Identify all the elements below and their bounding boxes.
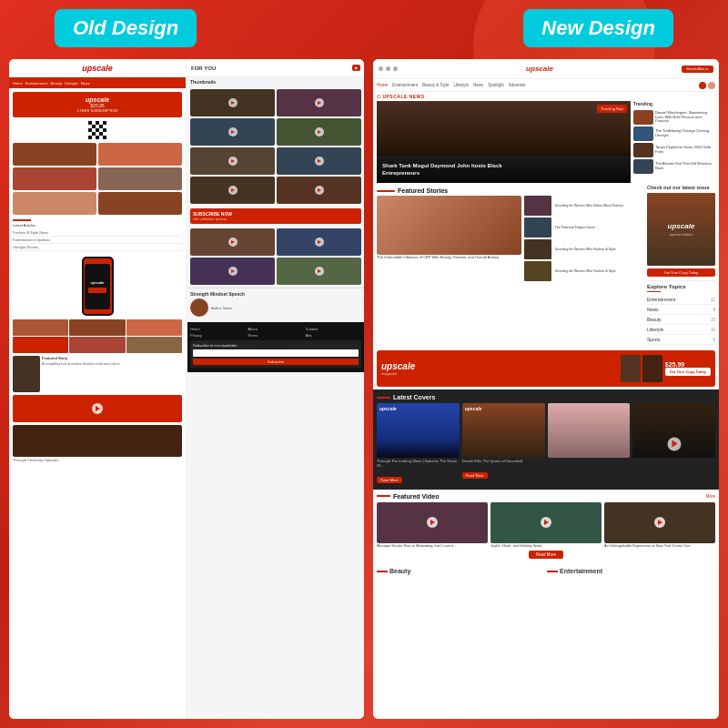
hero-image: Shark Tank Mogul Daymond John hosts Blac… xyxy=(377,101,631,183)
sidebar-story-4: The Atlanta Visit That Did Wonders Back xyxy=(633,159,715,174)
old-video-bottom xyxy=(13,395,182,422)
cover-4 xyxy=(632,403,715,485)
hero-area: Shark Tank Mogul Daymond John hosts Blac… xyxy=(373,101,719,185)
hero-block: Shark Tank Mogul Daymond John hosts Blac… xyxy=(377,101,631,183)
cover-1-btn[interactable]: Read More xyxy=(377,477,402,483)
new-design-panel: upscale BrandedBae.co Home Entertainment… xyxy=(373,59,719,719)
videos-row: Monique Hunter Rise to Motivating, but I… xyxy=(377,502,715,549)
cover-2-btn[interactable]: Read More xyxy=(462,472,488,479)
cover-2: upscale Devale Ellis: The Queen of Dance… xyxy=(462,403,545,485)
featured-and-sidebar: Featured Stories The Undeniable Influenc… xyxy=(373,185,719,348)
sidebar-stories: Trending Denzel Washington: Illuminating… xyxy=(633,101,715,183)
upscale-news-label: ⬡ UPSCALE NEWS xyxy=(373,92,719,101)
featured-grid: The Undeniable Influence of CBP With Bea… xyxy=(377,196,644,281)
nav-social-1 xyxy=(379,66,383,71)
nav-beauty[interactable]: Beauty & Style xyxy=(422,83,450,87)
video-3: An Unforgettable Experience at New York … xyxy=(604,502,715,549)
featured-video-section: Featured Video More Monique Hunter Rise … xyxy=(373,490,719,566)
new-design-label: New Design xyxy=(523,9,673,47)
old-col-content: upscale $25.95 CYBER SUBSCRIPTION xyxy=(9,88,186,466)
topic-lifestyle: Lifestyle 10 xyxy=(647,325,715,335)
old-header: upscale xyxy=(9,59,186,77)
magazine-cover: upscale special edition xyxy=(647,193,715,266)
nav-advertise[interactable]: Advertise xyxy=(509,83,526,87)
topic-sports: Sports 6 xyxy=(647,335,715,345)
featured-side-stories: Unveiling the Women Who Define Black Fas… xyxy=(524,196,644,281)
sidebar-story-3: Tanya Clayborne Hosts 2024 Gala Farm xyxy=(633,143,715,157)
old-phone-mock: upscale xyxy=(82,257,114,316)
latest-covers-section: Latest Covers upscale Through The Lookin… xyxy=(373,389,719,490)
old-design-panel: upscale Home Entertainment Beauty Lifest… xyxy=(9,59,364,719)
beauty-section: Beauty xyxy=(377,568,545,574)
nav-social-3 xyxy=(393,66,398,71)
video-1: Monique Hunter Rise to Motivating, but I… xyxy=(377,502,488,549)
nav-home[interactable]: Home xyxy=(377,83,388,87)
feat-story-2: The Financial Fatigue Game xyxy=(524,217,644,238)
new-nav-header: upscale BrandedBae.co xyxy=(373,59,719,79)
cover-1: upscale Through The Looking Glass | Syle… xyxy=(377,403,460,485)
old-logo: upscale xyxy=(82,64,113,73)
feat-story-3: Unveiling the Women Who Fashion & Style xyxy=(524,239,644,259)
old-bottom-person: Featured Story A compelling look at mode… xyxy=(13,356,182,392)
old-col-main: upscale Home Entertainment Beauty Lifest… xyxy=(9,59,186,719)
explore-topics: Explore Topics Entertainment 12 News 8 B… xyxy=(647,280,715,348)
old-photo-grid xyxy=(13,143,182,215)
old-col-sidebar: FOR YOU ▶ Thumbnails xyxy=(187,59,364,719)
nav-entertainment[interactable]: Entertainment xyxy=(392,83,418,87)
mag-promo-btn[interactable]: Get Your Copy Today xyxy=(665,368,711,376)
subscribe-btn[interactable]: BrandedBae.co xyxy=(682,66,713,73)
old-video-grid-2 xyxy=(187,226,364,288)
video-2: Joyful, Heart, and Holiday Spirit xyxy=(490,502,602,549)
old-promo-block: SUBSCRIBE NOW Get unlimited access xyxy=(190,208,361,224)
accent-dot-2 xyxy=(708,82,715,89)
qr-code-area xyxy=(13,120,182,140)
for-you-label: FOR YOU xyxy=(191,66,216,71)
cover-3 xyxy=(548,403,631,485)
nav-social-2 xyxy=(386,66,390,71)
nav-news[interactable]: News xyxy=(473,83,483,87)
new-logo: upscale xyxy=(526,65,553,73)
topic-beauty: Beauty 15 xyxy=(647,315,715,325)
old-col2-header: FOR YOU ▶ xyxy=(187,59,364,77)
sidebar-story-1: Denzel Washington: Illuminating Lives Wi… xyxy=(633,110,715,125)
bottom-sections: Beauty Entertainment xyxy=(373,565,719,577)
main-container: Old Design New Design upscale Home Enter… xyxy=(0,0,728,728)
old-design-label: Old Design xyxy=(55,9,197,47)
nav-spotlight[interactable]: Spotlight xyxy=(488,83,504,87)
old-design-inner: upscale Home Entertainment Beauty Lifest… xyxy=(9,59,364,719)
topic-entertainment: Entertainment 12 xyxy=(647,295,715,305)
featured-stories-title: Featured Stories xyxy=(398,187,448,194)
old-footer: Home About Contact Privacy Terms Ads Sub… xyxy=(187,322,364,372)
old-subscribe-form: Subscribe to our newsletter Subscribe xyxy=(190,340,361,368)
trending-badge: Trending Now xyxy=(597,105,627,113)
mag-promo-banner: upscale magazine $25.99 Get Your Copy To… xyxy=(377,350,715,387)
featured-main-story: The Undeniable Influence of CBP With Bea… xyxy=(377,196,521,281)
accent-dot-1 xyxy=(699,82,706,89)
old-author-section: Strength Mindset Speech Author Name xyxy=(187,288,364,319)
latest-issue-sidebar: Check out our latest issue upscale speci… xyxy=(647,185,715,348)
old-person-bottom: Through Christmas Specials xyxy=(13,425,182,462)
old-bottom-grid xyxy=(13,319,182,353)
topic-news: News 8 xyxy=(647,305,715,315)
read-more-area: Read More xyxy=(377,551,715,559)
entertainment-section: Entertainment xyxy=(547,568,715,574)
covers-grid: upscale Through The Looking Glass | Syle… xyxy=(377,403,715,485)
nav-lifestyle[interactable]: Lifestyle xyxy=(454,83,470,87)
new-sub-nav: Home Entertainment Beauty & Style Lifest… xyxy=(373,79,719,92)
feat-story-4: Unveiling the Women Who Fashion & Style xyxy=(524,261,644,281)
get-copy-btn[interactable]: Get Your Copy Today xyxy=(647,268,715,277)
read-more-btn[interactable]: Read More xyxy=(529,551,563,559)
old-logo-ad: upscale xyxy=(17,96,177,103)
old-articles-list: Latest Articles Fashion & Style News Ent… xyxy=(13,217,182,253)
thumbnails-label: Thumbnails xyxy=(187,77,364,86)
sidebar-story-2: The Trailblazing Chicago Coming Lifestyl… xyxy=(633,126,715,141)
feat-story-1: Unveiling the Women Who Define Black Fas… xyxy=(524,196,644,216)
new-design-inner: upscale BrandedBae.co Home Entertainment… xyxy=(373,59,719,719)
old-nav: Home Entertainment Beauty Lifestyle News xyxy=(9,77,186,88)
featured-stories-section: Featured Stories The Undeniable Influenc… xyxy=(377,185,644,348)
old-ad-block: upscale $25.95 CYBER SUBSCRIPTION xyxy=(13,92,182,117)
hero-title: Shark Tank Mogul Daymond John hosts Blac… xyxy=(382,163,510,177)
old-video-grid xyxy=(187,86,364,207)
